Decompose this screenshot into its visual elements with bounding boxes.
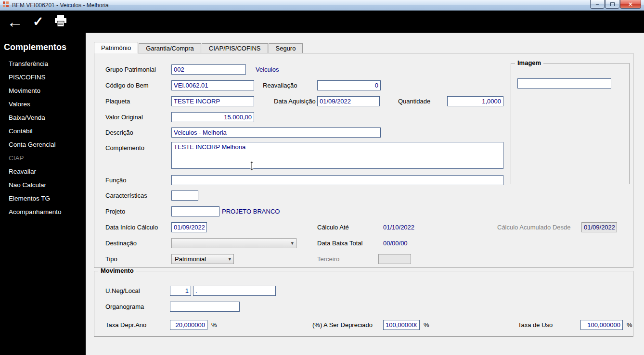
quantidade-label: Quantidade bbox=[398, 98, 430, 105]
sidebar-item-pis-cofins[interactable]: PIS/COFINS bbox=[0, 71, 86, 84]
terceiro-input bbox=[378, 254, 411, 264]
patrimonio-panel: Grupo Patrimonial Veiculos Código do Bem… bbox=[94, 53, 633, 268]
taxa-de-uso-unit: % bbox=[627, 321, 632, 329]
grupo-patrimonial-input[interactable] bbox=[171, 64, 246, 75]
calculo-ate-label: Cálculo Até bbox=[317, 224, 349, 231]
tipo-label: Tipo bbox=[105, 255, 117, 263]
funcao-input[interactable] bbox=[171, 175, 503, 185]
imagem-group: Imagem bbox=[511, 63, 630, 184]
minimize-icon: – bbox=[596, 1, 599, 7]
grupo-patrimonial-description: Veiculos bbox=[256, 66, 279, 73]
data-baixa-total-value: 00/00/00 bbox=[383, 240, 408, 247]
tab-patrimonio[interactable]: Patrimônio bbox=[94, 42, 138, 53]
sidebar-item-acompanhamento[interactable]: Acompanhamento bbox=[0, 205, 86, 219]
caracteristicas-label: Características bbox=[105, 192, 147, 199]
sidebar-item-valores[interactable]: Valores bbox=[0, 98, 86, 111]
sidebar-item-baixa-venda[interactable]: Baixa/Venda bbox=[0, 111, 86, 125]
app-icon bbox=[2, 1, 9, 9]
data-aquisicao-label: Data Aquisição bbox=[274, 98, 316, 105]
tipo-select[interactable]: Patrimonial ▾ bbox=[171, 254, 234, 264]
uneg-local-num-input[interactable] bbox=[170, 286, 191, 296]
sidebar-item-transferencia[interactable]: Transferência bbox=[0, 57, 86, 71]
descricao-input[interactable] bbox=[171, 127, 381, 138]
destinacao-select[interactable]: ▾ bbox=[171, 238, 296, 248]
sidebar-item-contabil[interactable]: Contábil bbox=[0, 125, 86, 138]
grupo-patrimonial-label: Grupo Patrimonial bbox=[105, 66, 156, 73]
reavaliacao-input[interactable] bbox=[317, 80, 381, 90]
back-arrow-icon: ← bbox=[7, 13, 23, 30]
movimento-group: Movimento U.Neg/Local Organograma Taxa D… bbox=[94, 271, 633, 337]
calculo-ate-value: 01/10/2022 bbox=[383, 224, 414, 231]
plaqueta-label: Plaqueta bbox=[105, 98, 130, 105]
a-ser-depreciado-label: (%) A Ser Depreciado bbox=[312, 321, 373, 329]
window-controls: – ✕ bbox=[590, 0, 641, 9]
quantidade-input[interactable] bbox=[447, 96, 503, 106]
complemento-textarea[interactable]: TESTE INCORP Melhoria bbox=[171, 142, 503, 169]
app-window: BEM VEI006201 - Veiculos - Melhoria – ✕ … bbox=[0, 0, 644, 355]
window-title: BEM VEI006201 - Veiculos - Melhoria bbox=[12, 2, 109, 9]
uneg-local-desc-input[interactable] bbox=[193, 286, 276, 296]
sidebar: Complementos Transferência PIS/COFINS Mo… bbox=[0, 33, 86, 355]
projeto-description: PROJETO BRANCO bbox=[222, 208, 280, 215]
tab-ciap-pis-cofins[interactable]: CIAP/PIS/COFINS bbox=[202, 43, 268, 53]
descricao-label: Descrição bbox=[105, 129, 133, 136]
data-inicio-calculo-input[interactable] bbox=[171, 222, 207, 232]
calculo-acumulado-desde-label: Cálculo Acumulado Desde bbox=[497, 224, 570, 231]
taxa-depr-ano-input[interactable] bbox=[170, 320, 207, 330]
destinacao-label: Destinação bbox=[105, 240, 137, 247]
print-button[interactable] bbox=[53, 14, 68, 29]
sidebar-item-elementos-tg[interactable]: Elementos TG bbox=[0, 192, 86, 205]
back-button[interactable]: ← bbox=[7, 13, 23, 30]
data-aquisicao-input[interactable] bbox=[317, 96, 380, 106]
reavaliacao-label: Reavaliação bbox=[263, 82, 297, 89]
movimento-group-legend: Movimento bbox=[98, 267, 136, 274]
toolbar: ← ✓ bbox=[0, 11, 644, 33]
complemento-label: Complemento bbox=[105, 144, 144, 152]
close-icon: ✕ bbox=[628, 1, 633, 7]
sidebar-item-movimento[interactable]: Movimento bbox=[0, 84, 86, 98]
sidebar-item-nao-calcular[interactable]: Não Calcular bbox=[0, 178, 86, 192]
a-ser-depreciado-unit: % bbox=[424, 321, 429, 329]
valor-original-label: Valor Original bbox=[105, 114, 143, 121]
minimize-button[interactable]: – bbox=[590, 0, 605, 9]
title-bar: BEM VEI006201 - Veiculos - Melhoria – ✕ bbox=[0, 0, 644, 11]
taxa-de-uso-label: Taxa de Uso bbox=[518, 321, 553, 329]
projeto-input[interactable] bbox=[171, 206, 219, 216]
codigo-bem-label: Código do Bem bbox=[105, 82, 149, 89]
chevron-down-icon: ▾ bbox=[228, 256, 231, 262]
projeto-label: Projeto bbox=[105, 208, 125, 215]
confirm-button[interactable]: ✓ bbox=[33, 15, 44, 28]
organograma-input[interactable] bbox=[170, 302, 240, 312]
funcao-label: Função bbox=[105, 177, 126, 184]
chevron-down-icon: ▾ bbox=[291, 240, 294, 246]
data-inicio-calculo-label: Data Início Cálculo bbox=[105, 224, 158, 231]
uneg-local-label: U.Neg/Local bbox=[105, 287, 140, 294]
organograma-label: Organograma bbox=[105, 303, 144, 310]
codigo-bem-input[interactable] bbox=[171, 80, 254, 90]
checkmark-icon: ✓ bbox=[33, 15, 44, 28]
close-button[interactable]: ✕ bbox=[620, 0, 641, 9]
sidebar-item-ciap: CIAP bbox=[0, 152, 86, 165]
maximize-icon bbox=[610, 2, 615, 6]
taxa-de-uso-input[interactable] bbox=[580, 320, 623, 330]
taxa-depr-ano-unit: % bbox=[211, 321, 217, 329]
sidebar-item-conta-gerencial[interactable]: Conta Gerencial bbox=[0, 138, 86, 152]
caracteristicas-input[interactable] bbox=[171, 190, 198, 201]
tab-strip: Patrimônio Garantia/Compra CIAP/PIS/COFI… bbox=[94, 42, 303, 53]
taxa-depr-ano-label: Taxa Depr.Ano bbox=[105, 321, 146, 329]
terceiro-label: Terceiro bbox=[317, 255, 339, 263]
printer-icon bbox=[53, 14, 68, 29]
data-baixa-total-label: Data Baixa Total bbox=[317, 240, 362, 247]
a-ser-depreciado-input[interactable] bbox=[383, 320, 420, 330]
imagem-group-legend: Imagem bbox=[515, 59, 543, 66]
calculo-acumulado-desde-input bbox=[581, 222, 617, 232]
main-content: Patrimônio Garantia/Compra CIAP/PIS/COFI… bbox=[86, 33, 644, 355]
sidebar-item-reavaliar[interactable]: Reavaliar bbox=[0, 165, 86, 178]
tipo-selected-value: Patrimonial bbox=[175, 255, 206, 263]
imagem-input[interactable] bbox=[517, 78, 611, 89]
tab-seguro[interactable]: Seguro bbox=[269, 43, 303, 53]
maximize-button[interactable] bbox=[605, 0, 619, 9]
plaqueta-input[interactable] bbox=[171, 96, 254, 106]
tab-garantia-compra[interactable]: Garantia/Compra bbox=[139, 43, 201, 53]
valor-original-input[interactable] bbox=[171, 112, 254, 122]
